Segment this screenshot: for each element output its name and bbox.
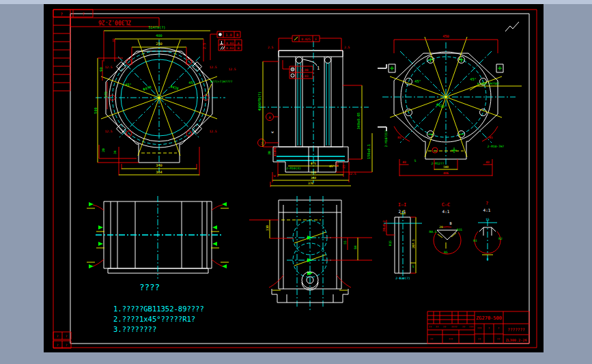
cad-drawing-canvas: ? ? ZL300.2-26 ? ? ? ? 1.0 B 2.5 0.03: [0, 0, 592, 364]
dim-34: 34: [113, 150, 117, 154]
thread-callout: 6-M20-7H?50?: [477, 82, 500, 85]
dim-360: 360: [311, 176, 316, 180]
position-tolerance-icon: [219, 33, 222, 36]
angle-label: 45°: [414, 79, 421, 83]
roughness: 12.5: [349, 172, 356, 176]
dim-100: 100: [443, 165, 449, 169]
radius-label: R2: [498, 237, 503, 240]
thread-callout: 2-M10(X): [286, 167, 301, 170]
cell: ?: [57, 335, 59, 338]
section-title: I—I: [398, 202, 407, 208]
dim-20: 20: [102, 148, 105, 152]
dim-8: 8: [487, 257, 489, 261]
dim-500: 500: [94, 107, 98, 113]
window-top-edge: [0, 0, 592, 4]
item-balloon: 1: [317, 66, 320, 71]
thread-callout: 2-M16?35?: [384, 130, 388, 148]
svg-text:150±0.1: 150±0.1: [367, 144, 371, 159]
gdt-par-datum: B: [238, 46, 240, 50]
material-spec: ZG270-500: [476, 316, 502, 321]
cad-viewport: ? ? ZL300.2-26 ? ? ? ? 1.0 B 2.5 0.03: [0, 0, 592, 364]
radius-label: R0.5: [429, 230, 437, 234]
dim-dia75: Φ75: [311, 162, 316, 165]
roughness-bracket: 2.5: [268, 46, 273, 49]
radius-label: R15: [389, 240, 392, 246]
note-line-3: 3.????????: [113, 325, 156, 333]
corner-cell-1: ?: [60, 12, 63, 16]
radius-label: R15: [457, 228, 462, 232]
dim-length: 207.5: [412, 239, 415, 249]
radius-label: R5: [444, 251, 448, 254]
svg-text:J: J: [260, 141, 262, 145]
cell: ?: [66, 335, 68, 338]
roughness-bracket: 2.5: [344, 46, 350, 49]
dim-310: 310: [311, 171, 316, 174]
svg-text:????: ????: [451, 326, 457, 328]
dim-514: 514f9(?): [149, 25, 166, 29]
dim-376: 376: [308, 182, 313, 185]
dim-84: 84: [354, 245, 357, 249]
svg-text:?: ?: [488, 327, 490, 330]
dim-dia10: Φ10H8: [273, 147, 277, 156]
gdt-pos-datum: B: [236, 33, 238, 37]
svg-text:??: ??: [478, 338, 481, 341]
dim-110: 110: [266, 225, 269, 231]
svg-text:340±0.05: 340±0.05: [356, 113, 361, 130]
dim-90: 90: [99, 67, 103, 71]
hole-callout: Φ??(+?)H????: [210, 80, 233, 83]
dim-175: 175: [104, 92, 108, 98]
angle-label: 45°: [470, 77, 476, 81]
cell: ?: [66, 344, 68, 347]
roughness: 12.5: [105, 130, 113, 133]
thread-callout: 2-M10-7H?: [488, 145, 505, 148]
section-scale: 4:1: [483, 208, 491, 212]
gdt-slope-datum: F: [315, 38, 317, 41]
dim-364: 364: [156, 170, 162, 174]
drawing-number: ZL300.2-26: [505, 338, 526, 342]
angle-label: 45°: [188, 81, 195, 85]
note-line-1: 1.?????GB11352-89????: [113, 305, 204, 313]
roughness: 12.5: [210, 130, 217, 133]
section-title: ?: [485, 201, 488, 206]
cell: ?: [57, 344, 59, 347]
hole-note: 2-Φ20(?): [395, 277, 410, 280]
dim-20: 20: [439, 225, 443, 229]
dim-340: 340: [156, 163, 162, 167]
dim-400: 400: [156, 33, 162, 38]
dim-4: 4: [402, 210, 404, 213]
roughness: 12.5: [229, 68, 236, 71]
part-name: ???????: [507, 327, 525, 332]
gdt-slope-value: 0.025: [301, 38, 311, 41]
dim-55: 55: [343, 240, 347, 244]
gdt-perp-datum: A: [238, 42, 240, 45]
svg-text:Φ390f9(?): Φ390f9(?): [257, 92, 262, 111]
svg-text:???: ???: [477, 327, 482, 330]
svg-text:??: ??: [497, 338, 500, 341]
svg-text:??: ??: [429, 326, 432, 328]
svg-text:???: ???: [469, 326, 474, 328]
dim-20: 20±0.2: [382, 221, 386, 232]
dim-40: 40: [485, 160, 490, 164]
radius-label: R5: [489, 136, 493, 139]
dim-30: 30: [268, 151, 271, 155]
svg-text:???: ???: [449, 338, 453, 341]
dim-25: 25: [342, 165, 346, 169]
roughness-note: 2.5: [202, 43, 206, 49]
section-title: C—C: [442, 202, 451, 208]
stamp-text: ZL300.2-26: [98, 19, 131, 25]
svg-text:??: ??: [436, 326, 438, 328]
dim-450: 450: [442, 34, 449, 38]
radius-label: R1: [473, 239, 477, 242]
gdt-value: 0.03: [301, 74, 309, 78]
dim-5: 5: [412, 265, 414, 268]
dim-40: 40: [402, 160, 406, 164]
section-scale: 4:1: [442, 209, 450, 214]
gdt-par-value: 0.03: [226, 46, 234, 50]
svg-text:??: ??: [443, 326, 446, 328]
gdt-pos-value: 1.0: [225, 33, 231, 37]
angle-label: 45°: [125, 83, 131, 87]
label-b: B: [449, 221, 451, 225]
svg-text:?: ?: [498, 327, 499, 330]
svg-text:??: ??: [430, 338, 433, 341]
roughness: 12.5: [105, 66, 113, 69]
